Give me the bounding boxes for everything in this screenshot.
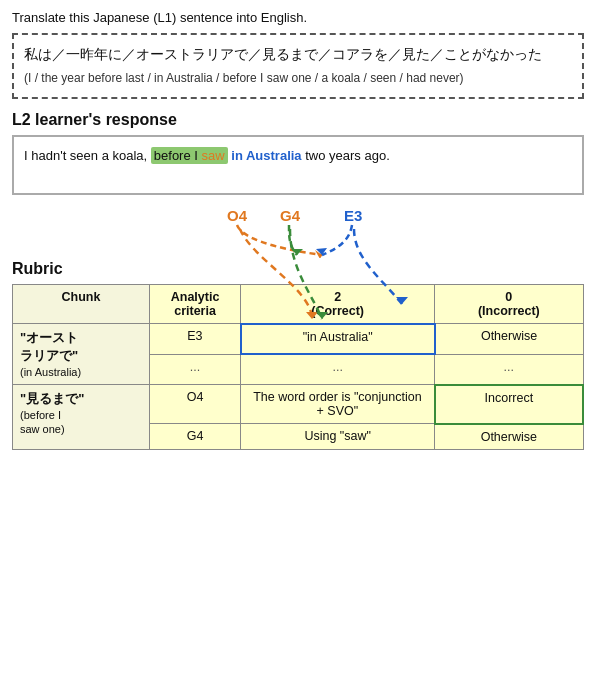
criteria-g4: G4 [149, 424, 240, 450]
svg-marker-0 [315, 250, 322, 258]
correct-g4: Using "saw" [241, 424, 435, 450]
japanese-sentence-box: 私は／一昨年に／オーストラリアで／見るまで／コアラを／見た／ことがなかった (I… [12, 33, 584, 99]
criteria-dots-1: ... [149, 354, 240, 384]
rubric-table: Chunk Analytic criteria 2 (Correct) 0 (I… [12, 284, 584, 450]
annotation-arrows: O4 G4 E3 [12, 203, 596, 258]
response-text-before: I hadn't seen a koala, [24, 148, 147, 163]
chunk-australia: "オーストラリアで" (in Australia) [13, 324, 150, 385]
incorrect-australia: Otherwise [435, 324, 583, 355]
incorrect-dots-1: ... [435, 354, 583, 384]
svg-marker-1 [291, 249, 303, 255]
correct-miru-o4: The word order is "conjunction + SVO" [241, 385, 435, 424]
response-section-title: L2 learner's response [12, 111, 584, 129]
correct-australia: "in Australia" [241, 324, 435, 355]
table-row-miru: "見るまで" (before Isaw one) O4 The word ord… [13, 385, 584, 424]
header-incorrect: 0 (Incorrect) [435, 284, 583, 324]
table-row: "オーストラリアで" (in Australia) E3 "in Austral… [13, 324, 584, 355]
chunk-miru: "見るまで" (before Isaw one) [13, 385, 150, 450]
correct-dots-1: ... [241, 354, 435, 384]
english-hint: (I / the year before last / in Australia… [24, 69, 572, 88]
svg-marker-2 [316, 248, 327, 255]
rubric-title: Rubric [12, 260, 584, 278]
response-text-after: two years ago. [305, 148, 390, 163]
header-analytic: Analytic criteria [149, 284, 240, 324]
criteria-e3: E3 [149, 324, 240, 355]
highlighted-saw: saw [202, 148, 225, 163]
response-box: I hadn't seen a koala, before I saw in A… [12, 135, 584, 195]
japanese-text: 私は／一昨年に／オーストラリアで／見るまで／コアラを／見た／ことがなかった [24, 43, 572, 65]
header-correct: 2 (Correct) [241, 284, 435, 324]
criteria-o4: O4 [149, 385, 240, 424]
highlighted-in-australia: in Australia [231, 148, 301, 163]
incorrect-g4: Otherwise [435, 424, 583, 450]
instruction: Translate this Japanese (L1) sentence in… [12, 10, 584, 25]
incorrect-miru-o4: Incorrect [435, 385, 583, 424]
o4-label: O4 [227, 207, 248, 224]
highlighted-phrase: before I saw [151, 147, 228, 164]
g4-label: G4 [280, 207, 301, 224]
header-chunk: Chunk [13, 284, 150, 324]
e3-label: E3 [344, 207, 362, 224]
